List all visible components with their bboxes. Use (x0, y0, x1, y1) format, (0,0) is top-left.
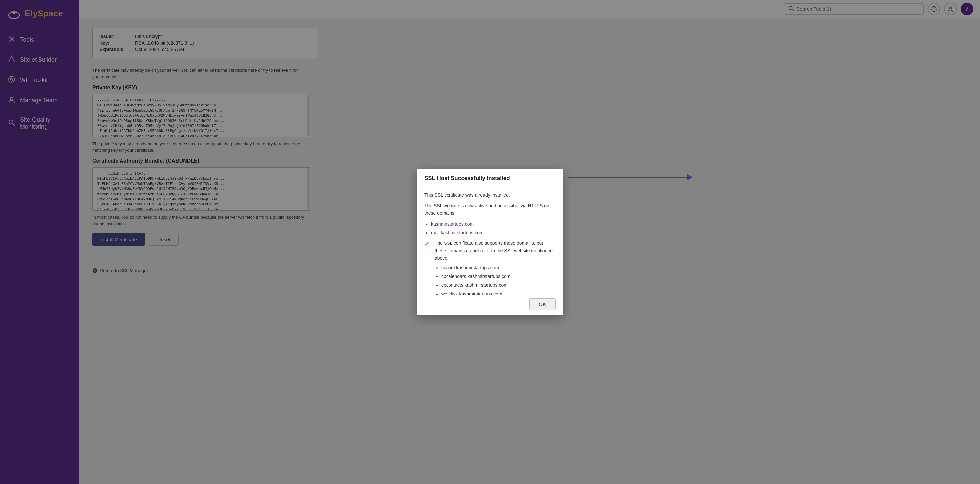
dialog-footer: OK (417, 295, 563, 315)
domain-link-2[interactable]: mail.kashmirstartups.com (431, 230, 484, 235)
active-domains-list: kashmirstartups.com mail.kashmirstartups… (431, 220, 556, 236)
dialog-body: This SSL certificate was already install… (417, 186, 563, 295)
dialog-line1: This SSL certificate was already install… (424, 191, 556, 199)
arrow-line (568, 177, 687, 178)
domain-link-1[interactable]: kashmirstartups.com (431, 221, 474, 227)
other-domains-list: cpanel.kashmirstartups.com cpcalendars.k… (441, 264, 556, 295)
ok-button[interactable]: OK (529, 298, 556, 310)
dialog-arrow (568, 174, 692, 181)
other-domain-4: webdisk.kashmirstartups.com (441, 290, 556, 295)
other-domain-3: cpcontacts.kashmirstartups.com (441, 281, 556, 289)
dialog-line2: The SSL website is now active and access… (424, 202, 556, 217)
other-domain-1: cpanel.kashmirstartups.com (441, 264, 556, 272)
ssl-success-dialog: SSL Host Successfully Installed This SSL… (417, 169, 563, 315)
dialog-title: SSL Host Successfully Installed (424, 175, 556, 182)
dialog-line3: The SSL certificate also supports these … (434, 240, 556, 262)
other-domain-2: cpcalendars.kashmirstartups.com (441, 273, 556, 280)
arrow-head (687, 174, 692, 181)
check-icon: ✔ (424, 240, 429, 249)
other-domains-group: ✔ The SSL certificate also supports thes… (424, 240, 556, 295)
dialog-header: SSL Host Successfully Installed (417, 169, 563, 186)
modal-overlay: SSL Host Successfully Installed This SSL… (0, 0, 980, 484)
